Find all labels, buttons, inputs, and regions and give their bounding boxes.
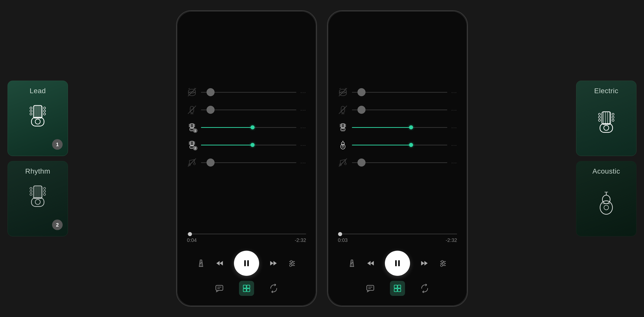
track-slider-electric-right[interactable] bbox=[352, 124, 447, 131]
badge-rhythm: 2 bbox=[52, 220, 63, 230]
track-icon-melody-right[interactable] bbox=[338, 157, 348, 168]
forward-btn-left[interactable] bbox=[269, 259, 278, 268]
svg-point-108 bbox=[345, 124, 346, 125]
track-more-electric-right[interactable]: ··· bbox=[451, 125, 457, 130]
card-rhythm-icon-area bbox=[26, 175, 49, 218]
sidebar-card-acoustic[interactable]: Acoustic bbox=[576, 161, 636, 236]
track-more-mic-right[interactable]: ··· bbox=[451, 107, 457, 113]
metronome-btn-left[interactable] bbox=[197, 259, 205, 268]
track-slider-melody-right[interactable] bbox=[352, 159, 447, 166]
track-row-melody-left: ··· bbox=[184, 157, 309, 168]
sidebar-card-lead[interactable]: Lead bbox=[8, 81, 68, 156]
svg-point-11 bbox=[44, 113, 46, 115]
svg-marker-74 bbox=[273, 261, 277, 266]
rewind-btn-left[interactable] bbox=[215, 259, 224, 268]
svg-point-49 bbox=[191, 128, 193, 131]
track-more-melody-left[interactable]: ··· bbox=[300, 160, 306, 166]
comment-btn-left[interactable] bbox=[215, 284, 224, 293]
svg-point-109 bbox=[345, 125, 346, 126]
track-more-guitar2-left[interactable]: ··· bbox=[300, 142, 306, 148]
pause-btn-right[interactable] bbox=[385, 251, 410, 276]
metronome-btn-right[interactable] bbox=[348, 259, 356, 268]
card-acoustic-icon-area bbox=[595, 175, 618, 230]
rewind-btn-right[interactable] bbox=[366, 259, 375, 268]
track-more-drums-right[interactable]: ··· bbox=[451, 89, 457, 95]
track-slider-mic-right[interactable] bbox=[352, 106, 447, 114]
card-acoustic-title: Acoustic bbox=[592, 167, 620, 175]
svg-point-111 bbox=[342, 128, 344, 131]
track-slider-acoustic-right[interactable] bbox=[352, 141, 447, 149]
track-more-acoustic-right[interactable]: ··· bbox=[451, 142, 457, 148]
track-icon-electric-right[interactable] bbox=[338, 122, 348, 132]
phones-area: ··· bbox=[68, 10, 576, 307]
svg-point-91 bbox=[339, 92, 346, 96]
grid-btn-left[interactable] bbox=[239, 281, 254, 296]
mixer-btn-right[interactable] bbox=[439, 259, 447, 268]
progress-bar-left[interactable] bbox=[187, 234, 306, 234]
secondary-controls-right bbox=[335, 281, 460, 296]
svg-rect-142 bbox=[398, 289, 401, 292]
svg-point-60 bbox=[194, 143, 195, 144]
card-electric-icon-area bbox=[595, 95, 618, 150]
svg-rect-71 bbox=[244, 260, 246, 266]
track-slider-melody-left[interactable] bbox=[201, 159, 296, 166]
forward-btn-right[interactable] bbox=[420, 259, 429, 268]
svg-marker-125 bbox=[371, 261, 374, 266]
track-row-guitar2-left: 2 ··· bbox=[184, 140, 309, 150]
right-sidebar: Electric bbox=[576, 81, 636, 236]
pause-btn-left[interactable] bbox=[234, 251, 259, 276]
track-icon-acoustic-right[interactable] bbox=[338, 140, 348, 150]
progress-dot-right[interactable] bbox=[338, 232, 342, 236]
track-icon-drums-right[interactable] bbox=[338, 87, 348, 97]
svg-marker-124 bbox=[367, 261, 371, 266]
svg-point-157 bbox=[602, 195, 610, 204]
track-icon-mic-right[interactable] bbox=[338, 105, 348, 115]
progress-section-left: 0:04 -2:32 bbox=[184, 231, 309, 251]
grid-btn-right[interactable] bbox=[390, 281, 405, 296]
svg-point-56 bbox=[189, 142, 190, 143]
svg-rect-84 bbox=[243, 285, 246, 288]
svg-point-158 bbox=[604, 205, 609, 210]
card-electric-title: Electric bbox=[594, 87, 618, 95]
svg-point-12 bbox=[35, 119, 40, 124]
svg-point-106 bbox=[340, 125, 341, 126]
track-icon-drums-left[interactable] bbox=[187, 87, 197, 97]
svg-point-78 bbox=[290, 260, 292, 262]
sidebar-card-rhythm[interactable]: Rhythm 2 bbox=[8, 161, 68, 236]
svg-rect-86 bbox=[243, 289, 246, 292]
track-slider-guitar2-left[interactable] bbox=[201, 141, 296, 149]
progress-bar-right[interactable] bbox=[338, 234, 457, 234]
sidebar-card-electric[interactable]: Electric bbox=[576, 81, 636, 156]
track-more-melody-right[interactable]: ··· bbox=[451, 160, 457, 166]
track-row-melody-right: ··· bbox=[335, 157, 460, 168]
controls-left bbox=[184, 251, 309, 296]
remaining-time-left: -2:32 bbox=[295, 237, 306, 243]
svg-rect-136 bbox=[367, 285, 374, 290]
track-more-drums-left[interactable]: ··· bbox=[300, 89, 306, 95]
svg-point-154 bbox=[612, 119, 614, 121]
mixer-btn-left[interactable] bbox=[288, 259, 296, 268]
svg-point-19 bbox=[30, 187, 32, 189]
track-more-guitar1-left[interactable]: ··· bbox=[300, 125, 306, 130]
svg-rect-126 bbox=[395, 260, 397, 266]
svg-point-46 bbox=[194, 124, 195, 125]
track-slider-bass-left[interactable] bbox=[201, 106, 296, 114]
track-icon-guitar2-left[interactable]: 2 bbox=[187, 140, 197, 150]
track-icon-guitar1-left[interactable]: 1 bbox=[187, 122, 197, 132]
track-more-bass-left[interactable]: ··· bbox=[300, 107, 306, 113]
comment-btn-right[interactable] bbox=[366, 284, 375, 293]
track-slider-guitar1-left[interactable] bbox=[201, 124, 296, 131]
track-slider-drums-left[interactable] bbox=[201, 88, 296, 96]
playback-controls-left bbox=[184, 251, 309, 276]
progress-dot-left[interactable] bbox=[188, 232, 192, 236]
svg-point-133 bbox=[441, 260, 443, 262]
track-icon-bass-left[interactable] bbox=[187, 105, 197, 115]
loop-btn-left[interactable] bbox=[269, 284, 278, 293]
track-icon-melody-left[interactable] bbox=[187, 157, 197, 168]
svg-point-62 bbox=[191, 146, 193, 148]
track-slider-drums-right[interactable] bbox=[352, 88, 447, 96]
svg-marker-129 bbox=[424, 261, 428, 266]
pause-icon-right bbox=[392, 258, 403, 268]
svg-point-134 bbox=[443, 262, 445, 265]
loop-btn-right[interactable] bbox=[420, 284, 429, 293]
